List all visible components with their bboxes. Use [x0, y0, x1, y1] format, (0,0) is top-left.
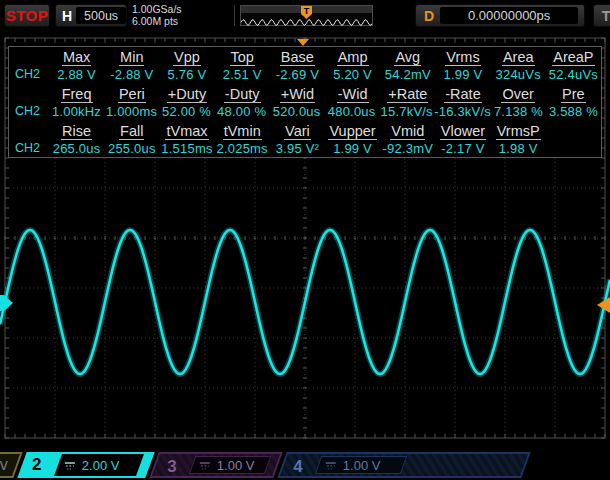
measurement-header: Area [491, 48, 546, 66]
measurement-header: Vari [270, 122, 325, 140]
acquisition-info: 1.00GSa/s 6.00M pts [132, 4, 182, 27]
memory-depth: 6.00M pts [132, 16, 182, 28]
measurement-header: Pre [546, 85, 601, 103]
measurement-value: 1.98 V [491, 141, 546, 156]
channel3-scale: 1.00 V [217, 458, 255, 473]
measurement-value: 3.588 % [546, 104, 601, 119]
measurement-value: 15.7kV/s [379, 104, 434, 119]
measurement-value: 2.51 V [215, 67, 270, 82]
channel2-offset-marker-icon[interactable] [0, 295, 13, 311]
measurement-value: -92.3mV [380, 141, 435, 156]
channel2-scale-box: 2.00 V [54, 454, 144, 476]
measurement-value: 255.0us [104, 141, 159, 156]
measurement-header: VrmsP [491, 122, 546, 140]
measurement-header: tVmax [159, 122, 214, 140]
channel-bar: V 2 2.00 V 3 1.00 V [0, 450, 610, 480]
measurement-header: Avg [380, 48, 435, 66]
channel2-number: 2 [32, 455, 41, 475]
measurement-header: +Duty [159, 85, 214, 103]
measurement-header: AreaP [546, 48, 601, 66]
measurement-value: 2.88 V [49, 67, 104, 82]
measurement-header: Vupper [325, 122, 380, 140]
measurement-header: +Wid [270, 85, 325, 103]
top-bar: STOP H 500us 1.00GSa/s 6.00M pts T D 0.0… [0, 0, 610, 33]
measurement-header: tVmin [215, 122, 270, 140]
measurement-value: 2.025ms [215, 141, 270, 156]
timebase-value: 500us [76, 7, 126, 24]
measurement-header: -Wid [325, 85, 380, 103]
measurement-value: 52.00 % [159, 104, 214, 119]
ground-coupling-icon [199, 461, 211, 470]
trigger-position-marker-icon[interactable] [297, 39, 309, 46]
measurement-header: Peri [104, 85, 159, 103]
measurement-value: 1.515ms [159, 141, 214, 156]
channel4-tab[interactable]: 4 1.00 V [277, 452, 530, 478]
measurement-value: 54.2mV [380, 67, 435, 82]
measurement-value: -2.88 V [104, 67, 159, 82]
measurement-value: 480.0us [324, 104, 379, 119]
measurement-value: 1.99 V [435, 67, 490, 82]
measurement-table: MaxMinVppTopBaseAmpAvgVrmsAreaAreaPCH22.… [8, 46, 602, 158]
delay-value: 0.00000000ps [440, 7, 578, 24]
measurement-header: Rise [49, 122, 104, 140]
delay-label: D [424, 8, 434, 24]
measurement-header: Over [491, 85, 546, 103]
channel4-number: 4 [293, 457, 302, 477]
delay-readout[interactable]: D 0.00000000ps [415, 4, 585, 27]
measurement-header: -Duty [215, 85, 270, 103]
measurement-header: +Rate [380, 85, 435, 103]
measurement-value: 48.00 % [214, 104, 269, 119]
channel3-tab[interactable]: 3 1.00 V [149, 452, 282, 478]
channel4-scale: 1.00 V [343, 458, 381, 473]
measurement-value: 1.00kHz [49, 104, 104, 119]
measurement-header: Amp [325, 48, 380, 66]
measurement-header: Max [49, 48, 104, 66]
topbar-divider [234, 5, 235, 26]
measurement-header: Min [104, 48, 159, 66]
measurement-value: 7.138 % [491, 104, 546, 119]
channel-label: CH2 [9, 104, 49, 118]
channel1-scale-partial: V [0, 459, 8, 473]
measurement-group: MaxMinVppTopBaseAmpAvgVrmsAreaAreaPCH22.… [9, 47, 601, 84]
measurement-group: RiseFalltVmaxtVminVariVupperVmidVlowerVr… [9, 121, 601, 158]
measurement-value: 52.4uVs [546, 67, 601, 82]
measurement-value: -2.17 V [435, 141, 490, 156]
sample-rate: 1.00GSa/s [132, 4, 182, 16]
channel3-scale-box: 1.00 V [189, 456, 272, 474]
channel4-scale-box: 1.00 V [315, 456, 408, 474]
channel3-number: 3 [167, 457, 176, 477]
measurement-value: 265.0us [49, 141, 104, 156]
channel2-waveform [0, 230, 610, 374]
measurement-header: Vrms [435, 48, 490, 66]
measurement-header: Freq [49, 85, 104, 103]
measurement-header: -Rate [435, 85, 490, 103]
measurement-group: FreqPeri+Duty-Duty+Wid-Wid+Rate-RateOver… [9, 84, 601, 121]
channel2-scale: 2.00 V [82, 458, 120, 473]
measurement-header: Vmid [380, 122, 435, 140]
oscilloscope-screen: STOP H 500us 1.00GSa/s 6.00M pts T D 0.0… [0, 0, 610, 480]
measurement-value: -2.69 V [270, 67, 325, 82]
measurement-header: Vlower [435, 122, 490, 140]
measurement-value: 1.000ms [104, 104, 159, 119]
measurement-value: -16.3kV/s [434, 104, 491, 119]
measurement-value: 3.95 V² [270, 141, 325, 156]
measurement-value: 5.20 V [325, 67, 380, 82]
trigger-menu-button[interactable]: T [593, 4, 610, 27]
channel-label: CH2 [9, 141, 49, 155]
measurement-value: 520.0us [269, 104, 324, 119]
measurement-header: Top [215, 48, 270, 66]
horizontal-label: H [62, 8, 72, 24]
ground-coupling-icon [64, 461, 76, 470]
channel2-tab[interactable]: 2 2.00 V [17, 452, 154, 478]
measurement-value: 1.99 V [325, 141, 380, 156]
ground-coupling-icon [325, 461, 337, 470]
run-stop-status[interactable]: STOP [4, 4, 50, 27]
waveform-preview-strip[interactable]: T [240, 5, 373, 26]
measurement-value: 5.76 V [159, 67, 214, 82]
measurement-value: 324uVs [491, 67, 546, 82]
channel-label: CH2 [9, 67, 49, 81]
measurement-header: Base [270, 48, 325, 66]
measurement-header: Fall [104, 122, 159, 140]
measurement-header: Vpp [159, 48, 214, 66]
horizontal-timebase-control[interactable]: H 500us [55, 4, 127, 27]
